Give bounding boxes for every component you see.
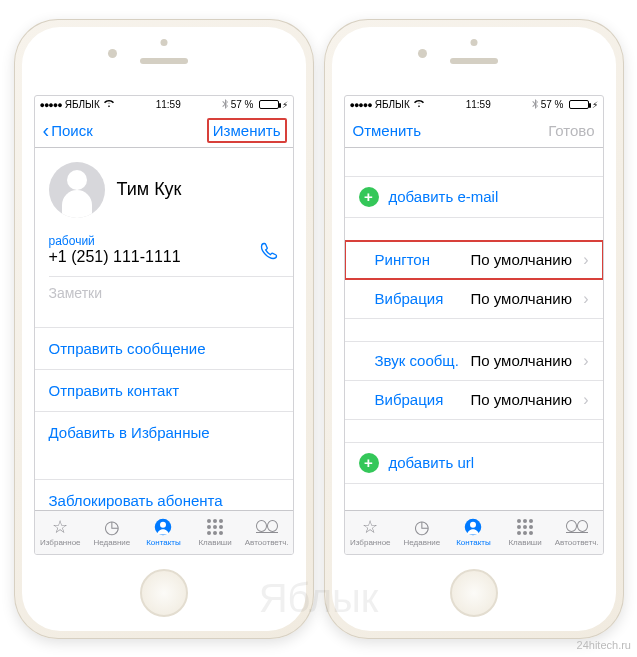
carrier-label: ЯБЛЫК (65, 99, 100, 110)
phone-mockup-left: ●●●●● ЯБЛЫК 11:59 57 % ⚡︎ (14, 19, 314, 639)
chevron-right-icon: › (579, 352, 592, 370)
plus-icon: + (359, 453, 379, 473)
cancel-button[interactable]: Отменить (353, 122, 422, 139)
phone-mockup-right: ●●●●● ЯБЛЫК 11:59 57 % ⚡︎ (324, 19, 624, 639)
edit-button[interactable]: Изменить (209, 122, 285, 139)
chevron-right-icon: › (579, 290, 592, 308)
status-bar: ●●●●● ЯБЛЫК 11:59 57 % ⚡︎ (345, 96, 603, 114)
earpiece-speaker (140, 58, 188, 64)
done-label: Готово (548, 122, 594, 139)
contact-name: Тим Кук (117, 179, 182, 200)
tab-contacts[interactable]: Контакты (448, 517, 500, 547)
battery-icon (259, 100, 279, 109)
home-button[interactable] (140, 569, 188, 617)
cancel-label: Отменить (353, 122, 422, 139)
phone-row[interactable]: рабочий +1 (251) 111-1111 (35, 228, 293, 276)
charging-icon: ⚡︎ (592, 100, 598, 110)
proximity-sensor (470, 39, 477, 46)
watermark-site: 24hitech.ru (577, 639, 631, 651)
keypad-icon (207, 517, 223, 537)
clock: 11:59 (115, 99, 222, 110)
block-caller-row[interactable]: Заблокировать абонента (35, 479, 293, 510)
add-favorite-row[interactable]: Добавить в Избранные (35, 411, 293, 453)
chevron-right-icon: › (579, 251, 592, 269)
carrier-label: ЯБЛЫК (375, 99, 410, 110)
signal-dots-icon: ●●●●● (350, 100, 372, 110)
back-button[interactable]: ‹ Поиск (43, 120, 93, 140)
front-camera (108, 49, 117, 58)
tab-recents[interactable]: ◷ Недавние (396, 517, 448, 547)
signal-dots-icon: ●●●●● (40, 100, 62, 110)
battery-pct: 57 % (541, 99, 564, 110)
earpiece-speaker (450, 58, 498, 64)
person-icon (464, 517, 482, 537)
tab-keypad[interactable]: Клавиши (499, 517, 551, 547)
add-url-row[interactable]: + добавить url (345, 443, 603, 483)
tab-recents[interactable]: ◷ Недавние (86, 517, 138, 547)
voicemail-icon (566, 517, 588, 537)
clock-icon: ◷ (104, 517, 120, 537)
tab-contacts[interactable]: Контакты (138, 517, 190, 547)
chevron-right-icon: › (579, 391, 592, 409)
notes-label[interactable]: Заметки (35, 277, 293, 327)
status-bar: ●●●●● ЯБЛЫК 11:59 57 % ⚡︎ (35, 96, 293, 114)
done-button[interactable]: Готово (548, 122, 594, 139)
text-vibration-row[interactable]: Вибрация По умолчанию › (345, 380, 603, 419)
tab-favorites[interactable]: ☆ Избранное (35, 517, 87, 547)
keypad-icon (517, 517, 533, 537)
phone-label: рабочий (49, 234, 181, 248)
star-icon: ☆ (362, 517, 378, 537)
add-email-row[interactable]: + добавить e-mail (345, 177, 603, 217)
home-button[interactable] (450, 569, 498, 617)
battery-pct: 57 % (231, 99, 254, 110)
bluetooth-icon (532, 99, 538, 111)
wifi-icon (413, 99, 425, 110)
clock: 11:59 (425, 99, 532, 110)
avatar (49, 162, 105, 218)
svg-point-3 (470, 522, 476, 528)
wifi-icon (103, 99, 115, 110)
send-contact-row[interactable]: Отправить контакт (35, 369, 293, 411)
star-icon: ☆ (52, 517, 68, 537)
person-icon (154, 517, 172, 537)
vibration-row[interactable]: Вибрация По умолчанию › (345, 279, 603, 318)
phone-number: +1 (251) 111-1111 (49, 248, 181, 266)
ringtone-row[interactable]: Рингтон По умолчанию › (345, 241, 603, 279)
clock-icon: ◷ (414, 517, 430, 537)
bluetooth-icon (222, 99, 228, 111)
back-label: Поиск (51, 122, 93, 139)
chevron-left-icon: ‹ (43, 120, 50, 140)
charging-icon: ⚡︎ (282, 100, 288, 110)
tab-voicemail[interactable]: Автоответч. (551, 517, 603, 547)
send-message-row[interactable]: Отправить сообщение (35, 327, 293, 369)
call-icon[interactable] (259, 241, 279, 266)
tab-bar: ☆ Избранное ◷ Недавние Контакты (345, 510, 603, 554)
battery-icon (569, 100, 589, 109)
tab-keypad[interactable]: Клавиши (189, 517, 241, 547)
tab-favorites[interactable]: ☆ Избранное (345, 517, 397, 547)
proximity-sensor (160, 39, 167, 46)
svg-point-1 (160, 522, 166, 528)
front-camera (418, 49, 427, 58)
nav-bar: Отменить Готово (345, 114, 603, 148)
edit-label: Изменить (207, 118, 287, 143)
text-tone-row[interactable]: Звук сообщ. По умолчанию › (345, 342, 603, 380)
tab-bar: ☆ Избранное ◷ Недавние Контакты (35, 510, 293, 554)
plus-icon: + (359, 187, 379, 207)
nav-bar: ‹ Поиск Изменить (35, 114, 293, 148)
voicemail-icon (256, 517, 278, 537)
tab-voicemail[interactable]: Автоответч. (241, 517, 293, 547)
